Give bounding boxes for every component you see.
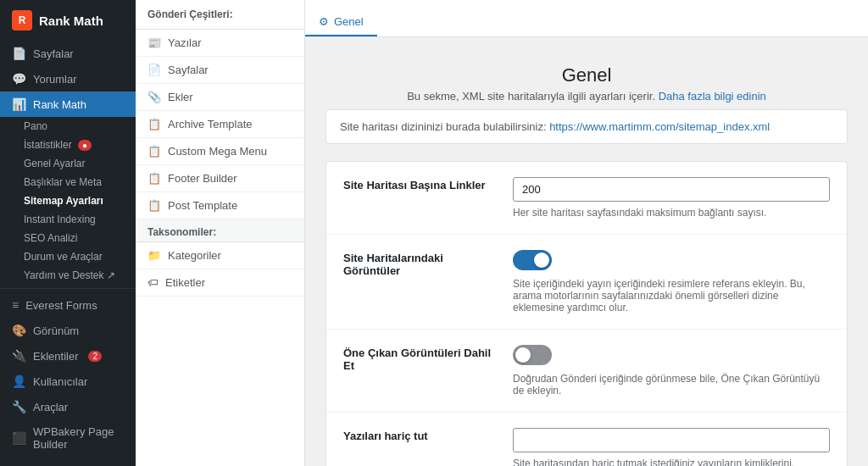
plugins-icon: 🔌 bbox=[12, 349, 26, 363]
links-control: Her site haritası sayfasındaki maksimum … bbox=[513, 177, 830, 219]
images-toggle-track bbox=[513, 250, 552, 270]
secondary-item-attachments[interactable]: 📎 Ekler bbox=[136, 84, 304, 111]
sidebar-item-rankmath[interactable]: 📊 Rank Math bbox=[0, 92, 136, 117]
tab-genel[interactable]: ⚙ Genel bbox=[305, 8, 377, 36]
everest-forms-label: Everest Forms bbox=[25, 299, 97, 312]
tools-label: Araçlar bbox=[33, 401, 68, 413]
appearance-label: Görünüm bbox=[33, 325, 79, 337]
sidebar-item-everest-forms[interactable]: ≡ Everest Forms bbox=[0, 292, 136, 318]
archive-template-icon: 📋 bbox=[147, 118, 161, 130]
sidebar-sub-instant-indexing[interactable]: Instant Indexing bbox=[0, 210, 136, 229]
taksonomiler-header: Taksonomiler: bbox=[136, 219, 304, 242]
sidebar-item-appearance[interactable]: 🎨 Görünüm bbox=[0, 318, 136, 343]
users-label: Kullanıcılar bbox=[33, 375, 87, 388]
post-template-icon: 📋 bbox=[147, 199, 161, 212]
everest-forms-icon: ≡ bbox=[12, 298, 19, 312]
general-settings-label: Genel Ayarlar bbox=[24, 158, 86, 169]
attachments-label: Ekler bbox=[168, 91, 193, 103]
links-input[interactable] bbox=[513, 177, 830, 202]
exclude-control: Site haritasından hariç tutmak istediğin… bbox=[513, 428, 830, 466]
secondary-sidebar: Gönderi Çeşitleri: 📰 Yazılar 📄 Sayfalar … bbox=[136, 0, 305, 466]
images-toggle-thumb bbox=[534, 252, 549, 268]
sidebar-sub-status-tools[interactable]: Durum ve Araçlar bbox=[0, 247, 136, 266]
rankmath-icon: 📊 bbox=[12, 97, 26, 111]
footer-builder-label: Footer Builder bbox=[168, 172, 237, 185]
main-area: Gönderi Çeşitleri: 📰 Yazılar 📄 Sayfalar … bbox=[136, 0, 868, 466]
content-area: ⚙ Genel Genel Bu sekme, XML site harital… bbox=[305, 0, 868, 466]
rank-math-logo-icon: R bbox=[12, 10, 32, 31]
sitemap-label: Sitemap Ayarları bbox=[24, 195, 103, 207]
sidebar-item-users[interactable]: 👤 Kullanıcılar bbox=[0, 369, 136, 394]
settings-section: Site Haritası Başına Linkler Her site ha… bbox=[326, 161, 848, 466]
gonderi-header: Gönderi Çeşitleri: bbox=[136, 0, 304, 30]
featured-toggle[interactable] bbox=[513, 345, 552, 365]
statistics-label: İstatistikler bbox=[24, 139, 72, 151]
custom-mega-menu-icon: 📋 bbox=[147, 145, 161, 158]
secondary-item-custom-mega-menu[interactable]: 📋 Custom Mega Menu bbox=[136, 138, 304, 165]
plugins-badge: 2 bbox=[88, 351, 102, 362]
help-label: Yardım ve Destek ↗ bbox=[24, 269, 115, 281]
sidebar-sub-sitemap[interactable]: Sitemap Ayarları bbox=[0, 191, 136, 210]
featured-control: Doğrudan Gönderi içeriğinde görünmese bi… bbox=[513, 345, 830, 397]
exclude-input[interactable] bbox=[513, 428, 830, 452]
tools-icon: 🔧 bbox=[12, 400, 26, 413]
secondary-item-archive-template[interactable]: 📋 Archive Template bbox=[136, 111, 304, 138]
exclude-label: Yazıları hariç tut bbox=[343, 428, 496, 442]
images-toggle[interactable] bbox=[513, 250, 552, 270]
sidebar-item-wpbakery[interactable]: ⬛ WPBakery Page Builder bbox=[0, 419, 136, 457]
exclude-description: Site haritasından hariç tutmak istediğin… bbox=[513, 458, 830, 466]
status-tools-label: Durum ve Araçlar bbox=[24, 251, 103, 263]
sidebar-logo: R Rank Math bbox=[0, 0, 136, 41]
secondary-item-pages[interactable]: 📄 Sayfalar bbox=[136, 57, 304, 84]
attachments-icon: 📎 bbox=[147, 91, 161, 103]
secondary-pages-icon: 📄 bbox=[147, 64, 161, 76]
users-icon: 👤 bbox=[12, 374, 26, 388]
sidebar-sub-help[interactable]: Yardım ve Destek ↗ bbox=[0, 266, 136, 285]
comments-icon: 💬 bbox=[12, 72, 26, 86]
sidebar-item-comments-label: Yorumlar bbox=[33, 73, 77, 86]
info-box-text: Site haritası dizininizi burada bulabili… bbox=[340, 120, 547, 133]
content-subtitle: Bu sekme, XML site haritalarıyla ilgili … bbox=[326, 90, 848, 103]
sidebar-sub-dashboard[interactable]: Pano bbox=[0, 117, 136, 136]
settings-row-exclude: Yazıları hariç tut Site haritasından har… bbox=[326, 413, 847, 466]
subtitle-link[interactable]: Daha fazla bilgi edinin bbox=[659, 90, 766, 103]
info-box-link[interactable]: https://www.martimm.com/sitemap_index.xm… bbox=[549, 120, 770, 133]
sidebar-item-pages[interactable]: 📄 Sayfalar bbox=[0, 41, 136, 66]
categories-icon: 📁 bbox=[147, 249, 161, 262]
links-label: Site Haritası Başına Linkler bbox=[343, 177, 496, 191]
images-description: Site içeriğindeki yayın içeriğindeki res… bbox=[513, 278, 830, 313]
secondary-item-posts[interactable]: 📰 Yazılar bbox=[136, 30, 304, 57]
secondary-pages-label: Sayfalar bbox=[168, 64, 209, 76]
sidebar-sub-statistics[interactable]: İstatistikler ● bbox=[0, 136, 136, 154]
sidebar: R Rank Math 📄 Sayfalar 💬 Yorumlar 📊 Rank… bbox=[0, 0, 136, 466]
sidebar-divider-1 bbox=[0, 288, 136, 289]
categories-label: Kategoriler bbox=[168, 249, 221, 262]
sidebar-sub-titles-meta[interactable]: Başlıklar ve Meta bbox=[0, 173, 136, 191]
sidebar-item-tools[interactable]: 🔧 Araçlar bbox=[0, 394, 136, 419]
secondary-item-categories[interactable]: 📁 Kategoriler bbox=[136, 242, 304, 269]
sidebar-sub-seo-analysis[interactable]: SEO Analizi bbox=[0, 229, 136, 247]
sidebar-sub-general-settings[interactable]: Genel Ayarlar bbox=[0, 154, 136, 173]
wpbakery-label: WPBakery Page Builder bbox=[33, 425, 124, 451]
images-control: Site içeriğindeki yayın içeriğindeki res… bbox=[513, 250, 830, 313]
secondary-item-footer-builder[interactable]: 📋 Footer Builder bbox=[136, 165, 304, 192]
archive-template-label: Archive Template bbox=[168, 118, 252, 130]
sidebar-item-plugins[interactable]: 🔌 Eklentiler 2 bbox=[0, 343, 136, 369]
tab-bar: ⚙ Genel bbox=[305, 0, 868, 37]
footer-builder-icon: 📋 bbox=[147, 172, 161, 185]
info-box: Site haritası dizininizi burada bulabili… bbox=[326, 109, 848, 144]
content-body: Site haritası dizininizi burada bulabili… bbox=[305, 109, 868, 466]
statistics-badge: ● bbox=[78, 140, 92, 151]
posts-label: Yazılar bbox=[168, 36, 202, 49]
secondary-item-tags[interactable]: 🏷 Etiketler bbox=[136, 269, 304, 297]
sidebar-item-comments[interactable]: 💬 Yorumlar bbox=[0, 66, 136, 92]
tags-label: Etiketler bbox=[165, 276, 205, 289]
gear-icon: ⚙ bbox=[319, 15, 329, 28]
secondary-item-post-template[interactable]: 📋 Post Template bbox=[136, 192, 304, 219]
subtitle-text: Bu sekme, XML site haritalarıyla ilgili … bbox=[407, 90, 655, 103]
links-description: Her site haritası sayfasındaki maksimum … bbox=[513, 207, 830, 219]
sidebar-logo-text: Rank Math bbox=[39, 14, 103, 28]
images-label: Site Haritalarındaki Görüntüler bbox=[343, 250, 496, 277]
sidebar-item-pages-label: Sayfalar bbox=[33, 47, 74, 60]
tab-genel-label: Genel bbox=[334, 15, 364, 28]
